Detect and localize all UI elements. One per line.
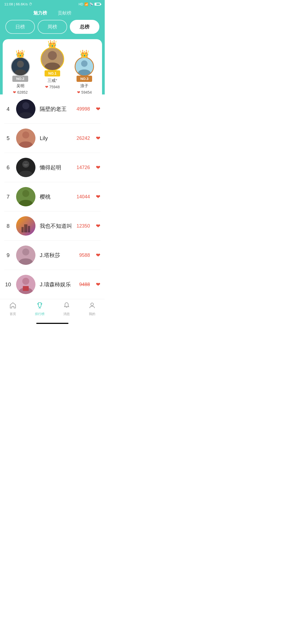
heart-icon-2: ❤ — [13, 90, 16, 94]
list-avatar — [16, 275, 35, 294]
status-bar: 11:08 | 66.6K/s ⏱ HD 📶 📡 — [0, 0, 105, 7]
crown-wrapper-3: 👑 — [75, 57, 94, 76]
list-avatar — [16, 187, 35, 206]
avatar-rank2 — [11, 57, 30, 76]
list-heart-icon: ❤ — [96, 193, 100, 200]
svg-point-27 — [91, 303, 93, 306]
tab-daily[interactable]: 日榜 — [5, 20, 35, 34]
tab-row: 日榜 周榜 总榜 — [0, 20, 105, 39]
list-name: J.璹森柿娱乐 — [40, 281, 75, 288]
podium-rank1[interactable]: 👑 NO.1 三戒° ❤ 75948 — [41, 47, 64, 89]
list-item[interactable]: 7 樱桃 14044 ❤ — [4, 182, 100, 211]
podium-name-3: 浪子 — [80, 83, 88, 89]
svg-point-3 — [48, 51, 57, 60]
list-item[interactable]: 4 隔壁的老王 49998 ❤ — [4, 94, 100, 124]
svg-rect-17 — [21, 227, 24, 232]
crown-gold: 👑 — [48, 40, 57, 49]
rank-number: 9 — [4, 252, 12, 258]
bottom-indicator — [36, 323, 68, 324]
tab-total[interactable]: 总榜 — [70, 20, 99, 34]
nav-messages-label: 消息 — [63, 312, 70, 316]
list-heart-icon: ❤ — [96, 223, 100, 229]
list-name: J.塔秋莎 — [40, 252, 75, 259]
svg-point-7 — [22, 102, 29, 109]
podium-rank3[interactable]: 👑 NO.3 浪子 ❤ 59454 — [75, 57, 94, 94]
list-heart-icon: ❤ — [96, 281, 100, 288]
list-item[interactable]: 10 J.璹森柿娱乐 9488 ❤ — [4, 270, 100, 299]
list-score: 14726 — [77, 165, 90, 170]
crown-wrapper-1: 👑 — [41, 47, 64, 71]
status-icons: HD 📶 📡 — [79, 2, 100, 6]
nav-home[interactable]: 首页 — [9, 302, 16, 316]
bell-icon — [63, 302, 70, 311]
tab-weekly[interactable]: 周榜 — [38, 20, 67, 34]
list-score: 12350 — [77, 223, 90, 229]
list-avatar — [16, 246, 35, 265]
person-icon — [89, 302, 96, 311]
bottom-navigation: 首页 排行榜 消息 我的 — [0, 299, 105, 322]
svg-point-5 — [81, 60, 88, 67]
signal-icon: 📶 — [84, 2, 88, 6]
svg-rect-19 — [28, 226, 30, 232]
ranking-list: 4 隔壁的老王 49998 ❤ 5 Lily 26242 ❤ 6 — [0, 94, 105, 299]
avatar-rank1 — [41, 47, 64, 71]
crown-wrapper-2: 👑 — [11, 57, 30, 76]
list-heart-icon: ❤ — [96, 252, 100, 258]
top-navigation: 魅力榜 贡献榜 — [0, 7, 105, 20]
home-icon — [9, 302, 16, 311]
list-item[interactable]: 6 懒得起明 14726 ❤ — [4, 153, 100, 182]
list-score: 14044 — [77, 194, 90, 200]
nav-ranking[interactable]: 排行榜 — [35, 302, 45, 316]
svg-point-15 — [22, 190, 29, 197]
nav-profile[interactable]: 我的 — [89, 302, 96, 316]
list-avatar — [16, 158, 35, 177]
list-item[interactable]: 5 Lily 26242 ❤ — [4, 124, 100, 153]
rank-badge-1: NO.1 — [45, 70, 60, 76]
rank-number: 6 — [4, 164, 12, 171]
list-item[interactable]: 8 我也不知道叫 12350 ❤ — [4, 211, 100, 241]
wifi-icon: 📡 — [89, 2, 93, 6]
list-heart-icon: ❤ — [96, 135, 100, 141]
rank-number: 10 — [4, 281, 12, 288]
svg-point-21 — [22, 248, 29, 255]
trophy-icon — [36, 302, 43, 311]
heart-icon-3: ❤ — [77, 90, 80, 94]
podium-name-2: 吴明 — [16, 83, 24, 89]
list-avatar — [16, 99, 35, 119]
podium-score-2: ❤ 62852 — [13, 90, 28, 94]
podium-rank2[interactable]: 👑 NO.2 吴明 ❤ 62852 — [11, 57, 30, 94]
crown-bronze: 👑 — [80, 49, 89, 58]
rank-number: 7 — [4, 194, 12, 200]
podium-score-3: ❤ 59454 — [77, 90, 92, 94]
list-avatar — [16, 216, 35, 236]
svg-point-12 — [24, 162, 28, 166]
list-name: Lily — [40, 135, 72, 141]
svg-point-9 — [22, 131, 29, 138]
nav-ranking-label: 排行榜 — [35, 312, 45, 316]
podium-score-1: ❤ 75948 — [45, 85, 60, 89]
svg-point-1 — [17, 61, 24, 68]
nav-profile-label: 我的 — [89, 312, 95, 316]
svg-rect-18 — [24, 224, 27, 232]
list-score: 26242 — [77, 136, 90, 141]
nav-charm-chart[interactable]: 魅力榜 — [33, 10, 47, 16]
list-heart-icon: ❤ — [96, 164, 100, 171]
svg-rect-24 — [23, 286, 29, 291]
rank-number: 8 — [4, 223, 12, 229]
nav-messages[interactable]: 消息 — [63, 302, 70, 316]
list-name: 我也不知道叫 — [40, 222, 72, 230]
list-score: 9588 — [79, 253, 90, 258]
podium-name-1: 三戒° — [48, 78, 57, 83]
battery-icon — [95, 3, 100, 6]
list-heart-icon: ❤ — [96, 106, 100, 112]
nav-contribution-chart[interactable]: 贡献榜 — [58, 10, 71, 16]
nav-home-label: 首页 — [10, 312, 16, 316]
rank-badge-3: NO.3 — [77, 76, 92, 82]
rank-badge-2: NO.2 — [12, 76, 28, 82]
podium-card: 👑 NO.2 吴明 ❤ 62852 👑 — [3, 39, 102, 94]
list-score: 49998 — [77, 106, 90, 112]
avatar-rank3 — [75, 57, 94, 76]
list-avatar — [16, 129, 35, 148]
list-item[interactable]: 9 J.塔秋莎 9588 ❤ — [4, 241, 100, 270]
list-name: 樱桃 — [40, 193, 72, 200]
